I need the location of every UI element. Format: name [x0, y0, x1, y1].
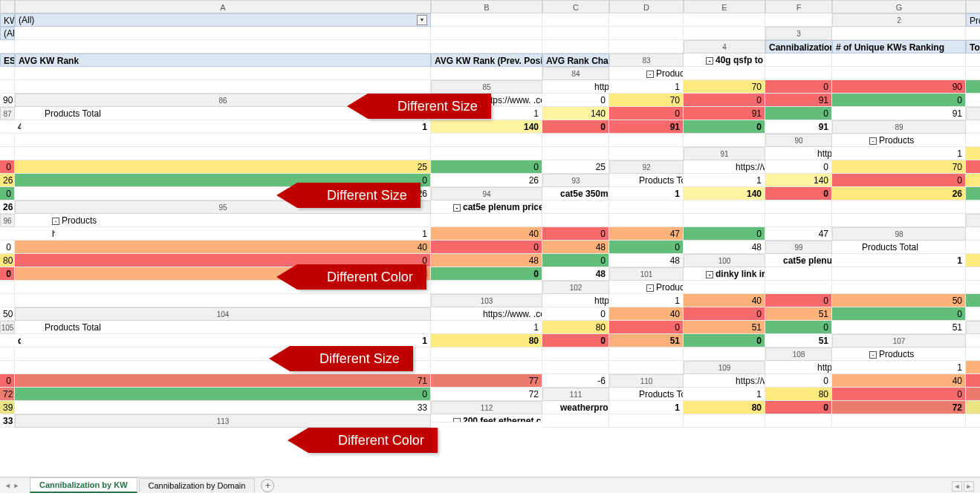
cell-a3[interactable] — [832, 27, 966, 40]
row-header-100[interactable]: 100 — [684, 254, 765, 267]
row-header-101[interactable]: 101 — [609, 267, 684, 281]
tab-cannibalization-by-domain[interactable]: Cannibalization by Domain — [139, 478, 256, 492]
col-header-A[interactable]: A — [15, 0, 431, 13]
row-header-83[interactable]: 83 — [609, 53, 684, 67]
row-header-89[interactable]: 89 — [832, 120, 966, 134]
col-header-D[interactable]: D — [609, 0, 684, 13]
cell-d1[interactable] — [542, 13, 609, 27]
col-header-C[interactable]: C — [542, 0, 609, 13]
row-header-93[interactable]: 93 — [542, 174, 609, 187]
collapse-toggle-icon[interactable]: - — [869, 137, 877, 145]
row-header-109[interactable]: 109 — [684, 361, 765, 374]
collapse-toggle-icon[interactable]: - — [453, 418, 461, 422]
products-label[interactable]: -Products — [15, 214, 431, 227]
cell-g2[interactable] — [684, 27, 765, 40]
cell-f3[interactable] — [542, 40, 609, 53]
col-header-B[interactable]: B — [431, 0, 542, 13]
collapse-toggle-icon[interactable]: - — [706, 271, 713, 278]
tab-nav-arrows[interactable]: ◄ ► — [4, 482, 19, 489]
row-header-107[interactable]: 107 — [832, 334, 966, 347]
cell-b3[interactable] — [966, 27, 980, 40]
row-header-85[interactable]: 85 — [431, 80, 542, 94]
url-row[interactable]: https://www. .com/Products/CMP-4-5-O.asp… — [966, 227, 980, 241]
row-header-3[interactable]: 3 — [765, 27, 832, 40]
group-name[interactable]: -cat5e 350mhz vs 550mhz — [966, 120, 980, 134]
cell-c2[interactable] — [15, 27, 431, 40]
products-label[interactable]: -Products — [832, 134, 966, 147]
cell-g1[interactable] — [765, 13, 832, 27]
products-label[interactable]: -Products — [832, 347, 966, 361]
row-header-91[interactable]: 91 — [684, 147, 765, 160]
filter-product-line-value[interactable]: (All)▼ — [0, 27, 15, 40]
cell-organic: 0 — [542, 227, 609, 241]
cell-rank-change: 25 — [542, 160, 609, 174]
url-row[interactable]: https://www. .com/Products/QSFP-4X10G-AO… — [542, 80, 609, 94]
row-header-105[interactable]: 105 — [0, 321, 15, 334]
row-header-103[interactable]: 103 — [431, 294, 542, 307]
add-sheet-button[interactable]: + — [261, 479, 274, 492]
row-header-88[interactable]: 88 — [966, 107, 980, 120]
products-label[interactable]: -Products — [609, 67, 684, 80]
filter-kw-category-dropdown[interactable]: ▼ — [417, 15, 427, 25]
row-header-2[interactable]: 2 — [832, 13, 966, 27]
cell-g3[interactable] — [609, 40, 684, 53]
row-header-87[interactable]: 87 — [0, 107, 15, 120]
col-header-F[interactable]: F — [765, 0, 832, 13]
products-label[interactable]: -Products — [609, 281, 684, 294]
collapse-toggle-icon[interactable]: - — [706, 57, 713, 65]
tab-cannibalization-by-kw[interactable]: Cannibalization by KW — [30, 477, 137, 493]
cell-rank-change: 33 — [0, 414, 15, 428]
cell-e1[interactable] — [609, 13, 684, 27]
row-header-108[interactable]: 108 — [765, 347, 832, 361]
group-name[interactable]: -40g qsfp to 4x10g sfp — [684, 53, 765, 67]
group-name[interactable]: -dinky link ir receiver — [684, 267, 765, 281]
group-name[interactable]: -weatherproof cat5e cable — [966, 334, 980, 347]
collapse-toggle-icon[interactable]: - — [869, 351, 877, 359]
collapse-toggle-icon[interactable]: - — [52, 218, 59, 225]
row-header-104[interactable]: 104 — [15, 307, 431, 321]
row-header-110[interactable]: 110 — [609, 374, 684, 388]
row-header-98[interactable]: 98 — [832, 227, 966, 241]
cell-c1[interactable] — [431, 13, 542, 27]
row-header-111[interactable]: 111 — [542, 388, 609, 401]
cell-c3[interactable] — [0, 40, 15, 53]
url-row[interactable]: https://www. .com/Products/DL85.aspx — [542, 294, 609, 307]
scroll-right-button[interactable]: ► — [964, 481, 974, 492]
row-header-92[interactable]: 92 — [609, 160, 684, 174]
row-header-94[interactable]: 94 — [431, 187, 542, 200]
row-header-90[interactable]: 90 — [765, 134, 832, 147]
row-header-99[interactable]: 99 — [765, 241, 832, 254]
col-header-E[interactable]: E — [684, 0, 765, 13]
pivot-header-issue[interactable]: Cannibalization Issue ▼ — [765, 40, 832, 53]
row-header-96[interactable]: 96 — [0, 214, 15, 227]
group-name[interactable]: -cat5e plenum price per foot — [431, 200, 542, 214]
row-header-97[interactable]: 97 — [966, 214, 980, 227]
url-row[interactable]: https://www. .com/Products/CMX-4_5-GY.as… — [765, 361, 832, 374]
row-header-102[interactable]: 102 — [542, 281, 609, 294]
scroll-left-button[interactable]: ◄ — [952, 481, 962, 492]
url-row[interactable]: https://www. .com/Products/CMX-4_6-STP.a… — [684, 374, 765, 388]
cell-f2[interactable] — [609, 27, 684, 40]
row-header-1[interactable]: 1 — [966, 0, 980, 13]
row-header-113[interactable]: 113 — [15, 414, 431, 428]
cell-f1[interactable] — [684, 13, 765, 27]
url-row[interactable]: https://www. .com/Products/C6-5-V.aspx — [765, 147, 832, 160]
collapse-toggle-icon[interactable]: - — [646, 284, 654, 292]
row-header-106[interactable]: 106 — [966, 321, 980, 334]
cell-d2[interactable] — [431, 27, 542, 40]
row-header-4[interactable]: 4 — [684, 40, 765, 53]
url-row[interactable]: https://www. .com/Products/C6-10-V.aspx — [684, 160, 765, 174]
row-header-112[interactable]: 112 — [431, 401, 542, 414]
collapse-toggle-icon[interactable]: - — [646, 71, 654, 78]
cell-e2[interactable] — [542, 27, 609, 40]
cell-e3[interactable] — [431, 40, 542, 53]
url-row[interactable]: https://www. .com/Products/DL95.aspx — [431, 307, 542, 321]
blank — [0, 67, 15, 80]
group-name[interactable]: -200 feet ethernet cable — [431, 414, 542, 422]
filter-kw-category-value[interactable]: (All)▼ — [15, 13, 431, 27]
col-header-G[interactable]: G — [832, 0, 966, 13]
collapse-toggle-icon[interactable]: - — [453, 204, 461, 212]
row-header-84[interactable]: 84 — [542, 67, 609, 80]
select-all-cell[interactable] — [0, 0, 15, 13]
cell-d3[interactable] — [15, 40, 431, 53]
